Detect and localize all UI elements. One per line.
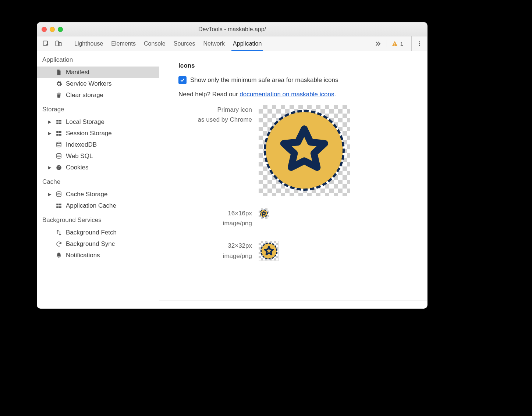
gear-icon — [56, 80, 62, 87]
sidebar-item-session-storage[interactable]: ▸Session Storage — [37, 128, 159, 139]
application-sidebar: Application▸Manifest▸Service Workers▸Cle… — [37, 51, 159, 308]
tab-console[interactable]: Console — [144, 36, 166, 51]
icons-heading: Icons — [178, 62, 411, 69]
sidebar-section-storage: Storage — [37, 101, 159, 116]
svg-rect-10 — [56, 122, 58, 124]
sidebar-item-label: Clear storage — [66, 92, 103, 99]
svg-point-6 — [419, 43, 420, 44]
svg-rect-24 — [56, 204, 58, 205]
sidebar-item-label: Cache Storage — [66, 191, 107, 198]
sidebar-item-background-fetch[interactable]: ▸Background Fetch — [37, 227, 159, 238]
warnings-count: 1 — [400, 40, 403, 47]
tab-application[interactable]: Application — [233, 36, 262, 51]
svg-rect-11 — [59, 122, 61, 124]
help-suffix: . — [334, 91, 336, 98]
sidebar-item-indexeddb[interactable]: ▸IndexedDB — [37, 139, 159, 150]
tab-sources[interactable]: Sources — [174, 36, 195, 51]
svg-point-17 — [57, 153, 61, 155]
grid-icon — [56, 119, 62, 125]
device-toolbar-icon[interactable] — [55, 40, 62, 47]
inspect-element-icon[interactable] — [42, 40, 50, 47]
sidebar-item-label: Service Workers — [66, 80, 111, 87]
sync-icon — [56, 241, 62, 247]
sidebar-item-service-workers[interactable]: ▸Service Workers — [37, 78, 159, 89]
svg-rect-26 — [56, 206, 58, 208]
sidebar-item-label: Notifications — [66, 252, 100, 259]
documentation-link[interactable]: documentation on maskable icons — [240, 91, 334, 98]
panel-tabs: LighthouseElementsConsoleSourcesNetworkA… — [66, 36, 270, 51]
sidebar-item-application-cache[interactable]: ▸Application Cache — [37, 200, 159, 211]
database-icon — [56, 191, 62, 198]
grid-icon — [56, 130, 62, 137]
svg-point-23 — [57, 191, 61, 193]
app-icon — [260, 209, 268, 218]
sidebar-item-web-sql[interactable]: ▸Web SQL — [37, 150, 159, 162]
svg-rect-2 — [59, 42, 61, 46]
traffic-lights — [37, 27, 63, 32]
disclosure-triangle-icon[interactable]: ▸ — [47, 118, 52, 126]
tab-elements[interactable]: Elements — [111, 36, 136, 51]
svg-rect-25 — [59, 204, 61, 205]
sidebar-item-label: Web SQL — [66, 153, 93, 160]
transfer-icon — [56, 229, 62, 236]
database-icon — [56, 153, 62, 159]
sidebar-item-manifest[interactable]: ▸Manifest — [37, 67, 159, 78]
tab-network[interactable]: Network — [203, 36, 225, 51]
warnings-indicator[interactable]: 1 — [387, 40, 406, 47]
database-icon — [56, 141, 62, 148]
sidebar-item-local-storage[interactable]: ▸Local Storage — [37, 116, 159, 128]
icon-entry-label: 32×32px image/png — [178, 241, 252, 261]
sidebar-section-background-services: Background Services — [37, 211, 159, 227]
manifest-panel: Icons Show only the minimum safe area fo… — [159, 51, 427, 308]
svg-point-7 — [419, 45, 420, 46]
file-icon — [56, 69, 62, 76]
icon-entry-label: 16×16px image/png — [178, 208, 252, 228]
svg-rect-13 — [59, 131, 61, 133]
svg-rect-14 — [56, 134, 58, 136]
tab-lighthouse[interactable]: Lighthouse — [74, 36, 103, 51]
window-minimize-button[interactable] — [50, 27, 55, 32]
titlebar: DevTools - maskable.app/ — [37, 22, 427, 36]
disclosure-triangle-icon[interactable]: ▸ — [47, 190, 52, 198]
sidebar-item-cache-storage[interactable]: ▸Cache Storage — [37, 189, 159, 200]
sidebar-item-clear-storage[interactable]: ▸Clear storage — [37, 89, 159, 101]
bell-icon — [56, 252, 62, 259]
svg-point-18 — [56, 165, 61, 170]
app-icon — [264, 110, 345, 191]
disclosure-triangle-icon[interactable]: ▸ — [47, 129, 52, 137]
sidebar-item-label: IndexedDB — [66, 141, 97, 148]
svg-rect-12 — [56, 131, 58, 133]
window-close-button[interactable] — [42, 27, 47, 32]
sidebar-item-label: Manifest — [66, 69, 89, 76]
icon-preview-32 — [259, 241, 279, 261]
star-icon — [261, 211, 266, 216]
help-prefix: Need help? Read our — [178, 91, 240, 98]
svg-rect-1 — [56, 41, 59, 46]
svg-rect-15 — [59, 134, 61, 136]
disclosure-triangle-icon[interactable]: ▸ — [47, 164, 52, 171]
svg-rect-27 — [59, 206, 61, 208]
cookie-icon — [56, 164, 62, 171]
icon-preview-16 — [259, 208, 269, 219]
svg-rect-3 — [394, 43, 395, 44]
svg-rect-4 — [394, 45, 395, 46]
devtools-window: DevTools - maskable.app/ LighthouseEleme… — [37, 22, 428, 309]
sidebar-item-label: Application Cache — [66, 202, 116, 209]
app-icon — [260, 243, 277, 259]
settings-menu-icon[interactable] — [411, 36, 423, 51]
sidebar-item-label: Background Sync — [66, 240, 115, 248]
sidebar-section-application: Application — [37, 51, 159, 67]
primary-icon-label: Primary icon as used by Chrome — [178, 105, 252, 125]
svg-point-20 — [59, 166, 60, 167]
sidebar-item-cookies[interactable]: ▸Cookies — [37, 162, 159, 173]
safe-area-checkbox[interactable] — [178, 76, 187, 84]
sidebar-item-notifications[interactable]: ▸Notifications — [37, 250, 159, 261]
svg-point-16 — [57, 142, 61, 144]
window-zoom-button[interactable] — [58, 27, 63, 32]
svg-rect-9 — [59, 120, 61, 122]
overflow-tabs-icon[interactable] — [374, 40, 382, 47]
sidebar-item-background-sync[interactable]: ▸Background Sync — [37, 238, 159, 250]
grid-icon — [56, 202, 62, 209]
svg-point-22 — [59, 168, 60, 168]
sidebar-item-label: Cookies — [66, 164, 88, 171]
